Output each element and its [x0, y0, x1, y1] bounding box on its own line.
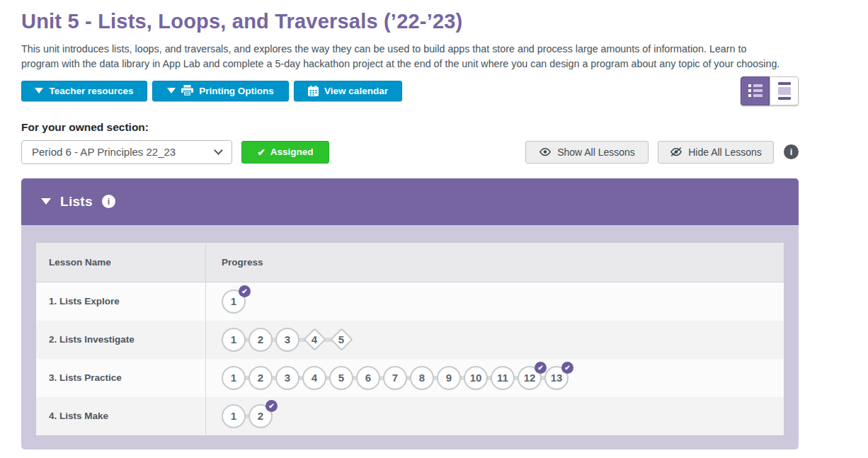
lesson-group-title: Lists — [60, 194, 93, 210]
lesson-name-link[interactable]: 4. Lists Make — [36, 397, 206, 435]
teacher-resources-label: Teacher resources — [49, 86, 133, 96]
hide-all-lessons-button[interactable]: Hide All Lessons — [658, 141, 774, 164]
level-bubble[interactable]: 3 — [275, 328, 299, 352]
level-bubble[interactable]: 5 — [329, 366, 353, 390]
section-select-value: Period 6 - AP Principles 22_23 — [32, 146, 176, 158]
section-controls: Period 6 - AP Principles 22_23 ✔ Assigne… — [21, 140, 799, 164]
lesson-progress-cell: 1✔ — [206, 282, 784, 321]
caret-down-icon — [167, 88, 176, 93]
table-row: 3. Lists Practice123456789101112✔13✔ — [36, 359, 784, 397]
lesson-group-info-icon[interactable]: i — [102, 195, 115, 208]
level-bubble[interactable]: 8 — [410, 366, 434, 390]
lesson-group-body: Lesson Name Progress 1. Lists Explore1✔2… — [21, 225, 799, 450]
completed-check-badge: ✔ — [265, 400, 278, 412]
level-bubble[interactable]: 3 — [275, 366, 299, 390]
chevron-down-icon — [214, 146, 223, 155]
lesson-table: Lesson Name Progress 1. Lists Explore1✔2… — [35, 242, 784, 436]
completed-check-badge: ✔ — [239, 285, 251, 297]
view-calendar-label: View calendar — [324, 86, 388, 96]
lesson-table-header: Lesson Name Progress — [36, 243, 784, 282]
detail-view-icon — [778, 82, 791, 100]
lesson-name-link[interactable]: 1. Lists Explore — [36, 282, 206, 321]
level-bubble[interactable]: 1 — [222, 404, 246, 428]
progress-bubbles: 12✔ — [222, 404, 273, 428]
assigned-label: Assigned — [270, 147, 314, 157]
level-bubble[interactable]: 2 — [249, 366, 273, 390]
level-bubble[interactable]: 7 — [383, 366, 407, 390]
level-bubble[interactable]: 4 — [302, 328, 326, 352]
level-bubble[interactable]: 1 — [222, 366, 246, 390]
printer-icon — [181, 85, 193, 96]
lesson-table-body: 1. Lists Explore1✔2. Lists Investigate12… — [36, 282, 784, 435]
collapse-triangle-icon — [41, 198, 51, 205]
unit-description: This unit introduces lists, loops, and t… — [21, 42, 784, 72]
check-icon: ✔ — [257, 147, 265, 158]
calendar-icon — [308, 86, 319, 96]
eye-slash-icon — [670, 147, 683, 156]
view-calendar-button[interactable]: View calendar — [294, 81, 402, 101]
show-all-lessons-button[interactable]: Show All Lessons — [525, 141, 649, 164]
level-bubble[interactable]: 9 — [437, 366, 461, 390]
level-bubble[interactable]: 2✔ — [249, 404, 273, 428]
level-bubble[interactable]: 13✔ — [544, 366, 569, 390]
assigned-button[interactable]: ✔ Assigned — [241, 141, 329, 164]
lesson-progress-cell: 123456789101112✔13✔ — [206, 359, 784, 397]
page-content: Unit 5 - Lists, Loops, and Traversals (’… — [21, 10, 799, 450]
teacher-resources-button[interactable]: Teacher resources — [21, 81, 147, 101]
level-bubble[interactable]: 11 — [491, 366, 515, 390]
printing-options-button[interactable]: Printing Options — [152, 81, 289, 101]
lesson-progress-cell: 12✔ — [206, 397, 784, 435]
page-title: Unit 5 - Lists, Loops, and Traversals (’… — [21, 10, 799, 33]
level-bubble[interactable]: 2 — [249, 328, 273, 352]
level-bubble[interactable]: 5 — [329, 328, 353, 352]
level-bubble[interactable]: 10 — [464, 366, 488, 390]
detail-view-toggle-button[interactable] — [770, 76, 799, 105]
level-bubble[interactable]: 12✔ — [518, 366, 542, 390]
column-header-progress: Progress — [206, 243, 784, 282]
lesson-name-link[interactable]: 2. Lists Investigate — [36, 321, 206, 359]
show-all-lessons-label: Show All Lessons — [557, 147, 635, 158]
level-bubble[interactable]: 1 — [222, 328, 246, 352]
caret-down-icon — [35, 88, 43, 93]
progress-bubbles: 1✔ — [222, 290, 246, 314]
lesson-progress-cell: 12345 — [206, 321, 784, 359]
progress-bubbles: 123456789101112✔13✔ — [222, 366, 569, 390]
lesson-name-link[interactable]: 3. Lists Practice — [36, 359, 206, 397]
section-select-dropdown[interactable]: Period 6 - AP Principles 22_23 — [21, 140, 232, 164]
progress-bubbles: 12345 — [222, 328, 353, 352]
info-icon[interactable]: i — [784, 144, 799, 159]
completed-check-badge: ✔ — [561, 362, 573, 374]
level-bubble[interactable]: 1✔ — [222, 290, 246, 314]
table-row: 2. Lists Investigate12345 — [36, 321, 784, 359]
hide-all-lessons-label: Hide All Lessons — [688, 147, 762, 158]
level-bubble[interactable]: 6 — [356, 366, 380, 390]
list-view-icon — [748, 84, 763, 97]
table-row: 4. Lists Make12✔ — [36, 397, 784, 435]
level-bubble[interactable]: 4 — [302, 366, 326, 390]
lesson-group-panel: Lists i Lesson Name Progress 1. Lists Ex… — [21, 178, 799, 450]
eye-icon — [539, 147, 552, 156]
view-mode-toggle — [741, 76, 799, 105]
toolbar: Teacher resources Printing Options — [21, 81, 799, 105]
table-row: 1. Lists Explore1✔ — [36, 282, 784, 321]
owned-section-label: For your owned section: — [21, 121, 799, 134]
printing-options-label: Printing Options — [199, 86, 274, 96]
lesson-group-header[interactable]: Lists i — [21, 178, 799, 225]
list-view-toggle-button[interactable] — [741, 76, 770, 105]
column-header-lesson-name: Lesson Name — [36, 243, 206, 282]
